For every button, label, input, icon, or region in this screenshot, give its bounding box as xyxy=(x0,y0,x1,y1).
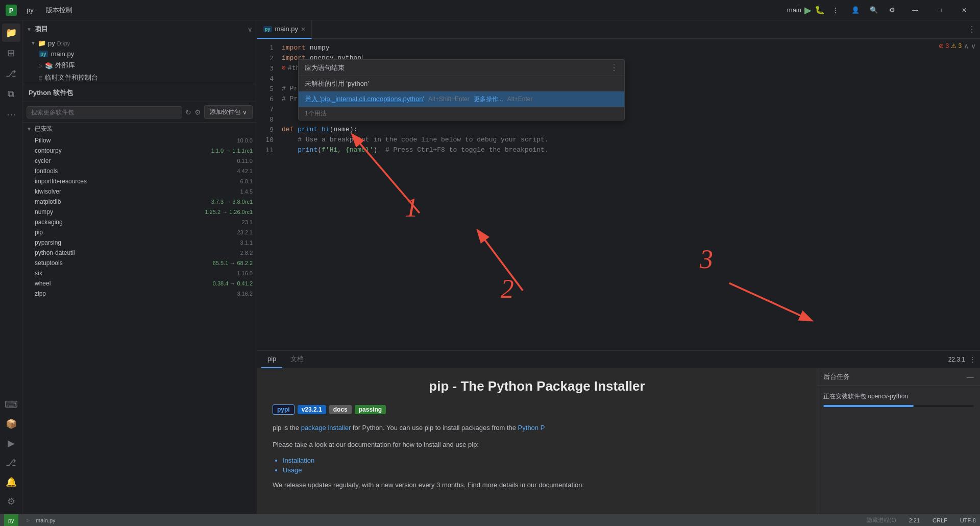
project-options[interactable]: ∨ xyxy=(248,26,253,33)
line-numbers: 1 2 3 4 5 6 7 8 9 10 11 xyxy=(257,39,278,350)
ac-import-link[interactable]: 导入 'pip._internal.cli.cmdoptions.python' xyxy=(305,94,424,104)
tree-item-external-libs[interactable]: ▷ 📚 外部库 xyxy=(22,59,257,71)
bottom-tab-more-button[interactable]: ⋮ xyxy=(969,355,976,363)
list-item[interactable]: contourpy1.1.0 → 1.1.1rc1 xyxy=(22,146,257,156)
search-everywhere-button[interactable]: 🔍 xyxy=(867,3,881,17)
pip-package-link[interactable]: package installer xyxy=(301,424,351,432)
sidebar-item-git[interactable]: ⎇ xyxy=(2,453,20,472)
tree-item-main-py[interactable]: py main.py xyxy=(22,49,257,59)
list-item[interactable]: matplotlib3.7.3 → 3.8.0rc1 xyxy=(22,197,257,207)
bg-task-header: 后台任务 — xyxy=(817,368,980,386)
titlebar: P py 版本控制 main ▶ 🐛 ⋮ 👤 🔍 ⚙ — □ ✕ xyxy=(0,0,980,20)
list-item[interactable]: Pillow10.0.0 xyxy=(22,135,257,146)
maximize-button[interactable]: □ xyxy=(928,3,951,18)
list-item[interactable]: fonttools4.42.1 xyxy=(22,166,257,176)
pkg-settings-icon[interactable]: ⚙ xyxy=(194,108,201,116)
sidebar-item-more[interactable]: ⋯ xyxy=(2,105,20,124)
ac-usage-count: 1个用法 xyxy=(299,107,624,120)
ac-more-button[interactable]: ⋮ xyxy=(610,63,618,73)
sidebar-item-packages[interactable]: 📦 xyxy=(2,415,20,433)
python-packages-panel: Python 软件包 ↻ ⚙ 添加软件包 ∨ ▼ 已安装 Pillow10.0.… xyxy=(22,84,257,514)
tree-item-py-root[interactable]: ▼ 📁 py D:\py xyxy=(22,38,257,49)
more-actions-button[interactable]: ⋮ xyxy=(828,3,842,17)
error-count-badge[interactable]: ⊘ 3 xyxy=(939,42,949,50)
pkg-search-bar: ↻ ⚙ 添加软件包 ∨ xyxy=(22,102,257,123)
py-status-item[interactable]: py xyxy=(4,514,18,527)
content-area: py main.py × ⋮ 1 2 3 4 5 6 7 xyxy=(257,20,980,514)
py-root-name: py xyxy=(48,39,55,47)
list-item[interactable]: importlib-resources6.0.1 xyxy=(22,176,257,186)
project-panel: ▼ 项目 ∨ ▼ 📁 py D:\py py main.py ▷ 📚 外部库 ≡ xyxy=(22,20,257,514)
main-py-name: main.py xyxy=(51,50,75,58)
badge-pypi: pypi xyxy=(273,404,295,415)
list-item[interactable]: wheel0.38.4 → 0.41.2 xyxy=(22,278,257,289)
status-main-py[interactable]: main.py xyxy=(36,517,56,523)
tab-main-py-label: main.py xyxy=(275,25,299,33)
profile-button[interactable]: 👤 xyxy=(848,3,863,17)
pip-please-text: Please take a look at our documentation … xyxy=(273,440,801,450)
sidebar-item-vcs[interactable]: ⎇ xyxy=(2,64,20,83)
pip-updates-text: We release updates regularly, with a new… xyxy=(273,480,801,491)
sidebar-item-plugins[interactable]: ⧉ xyxy=(2,85,20,103)
debug-button[interactable]: 🐛 xyxy=(815,5,825,15)
menu-py[interactable]: py xyxy=(21,4,39,16)
warning-count-badge[interactable]: ⚠ 3 xyxy=(951,42,962,50)
sidebar-item-settings[interactable]: ⚙ xyxy=(2,492,20,511)
ac-title: 应为语句结束 xyxy=(305,63,345,73)
py-collapse-icon: ▼ xyxy=(31,40,36,46)
project-tree-section: ▼ 项目 ∨ ▼ 📁 py D:\py py main.py ▷ 📚 外部库 ≡ xyxy=(22,20,257,84)
ext-lib-name: 外部库 xyxy=(55,61,75,70)
add-package-button[interactable]: 添加软件包 ∨ xyxy=(204,105,253,119)
list-item[interactable]: six1.16.0 xyxy=(22,268,257,278)
bottom-tab-pip[interactable]: pip xyxy=(261,351,282,368)
list-item[interactable]: zipp3.16.2 xyxy=(22,289,257,299)
list-item[interactable]: python-dateutil2.8.2 xyxy=(22,248,257,258)
tabs-more-button[interactable]: ⋮ xyxy=(968,25,976,34)
window-controls: — □ ✕ xyxy=(903,3,976,18)
list-item[interactable]: pip23.2.1 xyxy=(22,227,257,237)
scroll-controls[interactable]: ∧ ∨ xyxy=(964,42,976,50)
sidebar-item-run[interactable]: ▶ xyxy=(2,434,20,452)
pip-badges: pypi v23.2.1 docs passing xyxy=(273,404,801,415)
icon-bar: 📁 ⊞ ⎇ ⧉ ⋯ ⌨ 📦 ▶ ⎇ 🔔 ⚙ xyxy=(0,20,22,514)
installed-header[interactable]: ▼ 已安装 xyxy=(22,123,257,135)
pip-python-link[interactable]: Python P xyxy=(518,424,545,432)
pkg-refresh-icon[interactable]: ↻ xyxy=(185,108,191,116)
project-panel-header[interactable]: ▼ 项目 ∨ xyxy=(22,20,257,38)
line-ending-indicator[interactable]: CRLF xyxy=(933,517,947,523)
hide-process-button[interactable]: 隐藏进程(1) xyxy=(867,516,896,524)
settings-button[interactable]: ⚙ xyxy=(885,3,899,17)
status-divider-3 xyxy=(953,516,954,524)
ac-item-unresolved: 未解析的引用 'python' xyxy=(299,76,624,91)
encoding-indicator[interactable]: UTF-8 xyxy=(960,517,976,523)
pkg-search-input[interactable] xyxy=(27,106,182,118)
close-button[interactable]: ✕ xyxy=(952,3,976,18)
list-item[interactable]: setuptools65.5.1 → 68.2.2 xyxy=(22,258,257,268)
cursor-position-indicator[interactable]: 2:21 xyxy=(909,517,920,523)
titlebar-menu: py 版本控制 xyxy=(21,4,787,17)
minimize-button[interactable]: — xyxy=(903,3,927,18)
menu-vcs[interactable]: 版本控制 xyxy=(41,4,78,17)
list-item[interactable]: pyparsing3.1.1 xyxy=(22,237,257,248)
list-item[interactable]: packaging23.1 xyxy=(22,217,257,227)
pip-version-label: 22.3.1 xyxy=(948,356,965,363)
run-button[interactable]: ▶ xyxy=(804,5,812,16)
svg-text:P: P xyxy=(9,7,14,14)
sidebar-item-notifications[interactable]: 🔔 xyxy=(2,473,20,491)
tree-item-temp-files[interactable]: ≡ 临时文件和控制台 xyxy=(22,71,257,84)
pip-usage-link[interactable]: Usage xyxy=(283,466,302,474)
bottom-tab-docs[interactable]: 文档 xyxy=(284,351,310,368)
list-item[interactable]: cycler0.11.0 xyxy=(22,156,257,166)
list-item[interactable]: kiwisolver1.4.5 xyxy=(22,186,257,197)
ac-more-actions-link[interactable]: 更多操作... xyxy=(474,95,503,104)
tab-close-button[interactable]: × xyxy=(301,25,305,33)
tab-main-py[interactable]: py main.py × xyxy=(257,20,312,39)
sidebar-item-project[interactable]: 📁 xyxy=(2,23,20,42)
list-item[interactable]: numpy1.25.2 → 1.26.0rc1 xyxy=(22,207,257,217)
ac-unresolved-text: 未解析的引用 'python' xyxy=(305,79,369,88)
bg-task-close-button[interactable]: — xyxy=(967,373,974,381)
sidebar-item-structure[interactable]: ⊞ xyxy=(2,44,20,62)
ac-item-import[interactable]: 导入 'pip._internal.cli.cmdoptions.python'… xyxy=(299,91,624,107)
sidebar-item-terminal[interactable]: ⌨ xyxy=(2,395,20,414)
pip-installation-link[interactable]: Installation xyxy=(283,457,314,464)
